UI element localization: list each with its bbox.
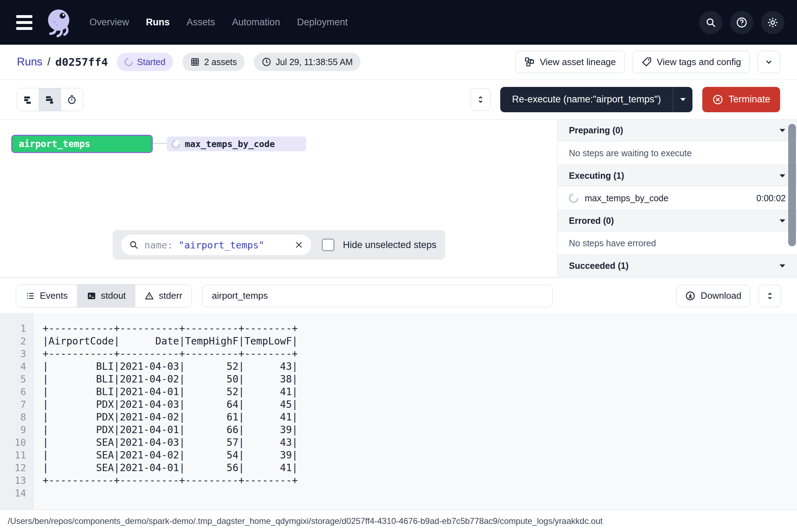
- assets-badge[interactable]: 2 assets: [182, 53, 245, 71]
- hide-unselected-checkbox[interactable]: [322, 239, 334, 251]
- view-mode-flat-button[interactable]: [17, 88, 39, 111]
- nav-items: Overview Runs Assets Automation Deployme…: [89, 17, 348, 28]
- preparing-empty-row: No steps are waiting to execute: [558, 141, 797, 165]
- gantt-step-max-temps-by-code[interactable]: max_temps_by_code: [167, 137, 306, 151]
- errored-empty-row: No steps have errored: [558, 232, 797, 255]
- timestamp-badge: Jul 29, 11:38:55 AM: [254, 53, 360, 71]
- run-actions-dropdown-button[interactable]: [758, 51, 780, 73]
- step-filter-input[interactable]: name: "airport_temps": [121, 235, 311, 255]
- expand-logs-button[interactable]: [759, 285, 781, 307]
- view-tags-config-button[interactable]: View tags and config: [633, 51, 750, 73]
- log-toolbar-actions: Download: [676, 285, 781, 307]
- topnav-actions: [699, 11, 784, 34]
- breadcrumb-separator: /: [47, 56, 50, 68]
- settings-button[interactable]: [761, 11, 784, 34]
- step-spinner-icon: [170, 138, 181, 150]
- tab-events[interactable]: Events: [16, 285, 77, 307]
- terminate-button[interactable]: Terminate: [702, 87, 780, 112]
- filter-query-prefix: name:: [144, 240, 173, 251]
- log-toolbar: Events stdout stderr airport_temps: [0, 278, 797, 313]
- search-icon: [129, 240, 139, 250]
- step-filter-bar: name: "airport_temps" Hide unselected st…: [113, 230, 445, 260]
- expand-vertical-icon: [476, 95, 485, 104]
- view-asset-lineage-button[interactable]: View asset lineage: [515, 51, 625, 73]
- search-button[interactable]: [699, 11, 722, 34]
- log-line: +-----------+----------+---------+------…: [43, 474, 797, 487]
- breadcrumb-runs-link[interactable]: Runs: [17, 56, 42, 68]
- log-file-path: /Users/ben/repos/components_demo/spark-d…: [8, 516, 603, 526]
- executing-step-row[interactable]: max_temps_by_code 0:00:02: [558, 186, 797, 210]
- line-number: 1: [0, 322, 33, 335]
- line-number: 9: [0, 424, 33, 436]
- caret-down-icon: [779, 128, 786, 132]
- log-line: | PDX|2021-04-03| 64| 45|: [43, 398, 797, 411]
- help-icon: [736, 17, 748, 28]
- panel-section-executing[interactable]: Executing (1): [558, 165, 797, 186]
- log-line: |AirportCode| Date|TempHighF|TempLowF|: [43, 335, 797, 348]
- clear-filter-button[interactable]: [294, 240, 303, 249]
- run-header: Runs / d0257ff4 Started 2 assets Jul 29,…: [0, 45, 797, 80]
- tab-stderr[interactable]: stderr: [135, 285, 191, 307]
- nav-item-overview[interactable]: Overview: [89, 17, 129, 28]
- log-line: | SEA|2021-04-03| 57| 43|: [43, 436, 797, 449]
- caret-down-icon: [779, 219, 786, 223]
- expand-vertical-icon: [765, 291, 775, 301]
- run-toolbar: Re-execute (name:"airport_temps") Termin…: [0, 80, 797, 120]
- caret-down-icon: [779, 264, 786, 268]
- hamburger-menu-icon[interactable]: [16, 13, 36, 32]
- caret-down-icon: [779, 174, 786, 178]
- log-viewer[interactable]: 1 2 3 4 5 6 7 8 9 10 11 12 13 14 +------…: [0, 313, 797, 509]
- step-connector-line: [153, 143, 167, 144]
- log-line: | BLI|2021-04-03| 52| 43|: [43, 360, 797, 373]
- log-line: | PDX|2021-04-02| 61| 41|: [43, 411, 797, 424]
- log-step-selector[interactable]: airport_temps: [202, 285, 553, 307]
- panel-section-preparing[interactable]: Preparing (0): [558, 120, 797, 141]
- nav-item-automation[interactable]: Automation: [232, 17, 280, 28]
- gantt-flat-icon: [23, 94, 33, 105]
- hide-unselected-label: Hide unselected steps: [343, 240, 437, 251]
- download-button[interactable]: Download: [676, 285, 750, 307]
- clock-icon: [262, 57, 271, 67]
- run-id: d0257ff4: [55, 56, 108, 68]
- download-icon: [685, 291, 696, 301]
- tab-stdout[interactable]: stdout: [77, 285, 136, 307]
- circle-x-icon: [712, 94, 723, 105]
- line-number: 4: [0, 360, 33, 373]
- reexecute-dropdown-button[interactable]: [673, 87, 692, 112]
- line-number: 11: [0, 449, 33, 462]
- nav-item-runs[interactable]: Runs: [146, 17, 170, 28]
- executing-spinner-icon: [567, 191, 580, 205]
- nav-item-deployment[interactable]: Deployment: [297, 17, 348, 28]
- panel-scrollbar[interactable]: [788, 124, 796, 246]
- view-mode-waterfall-button[interactable]: [39, 88, 61, 111]
- log-line: | SEA|2021-04-02| 54| 39|: [43, 449, 797, 462]
- grid-icon: [190, 57, 200, 67]
- log-line: +-----------+----------+---------+------…: [43, 348, 797, 360]
- chevron-down-icon: [764, 57, 774, 67]
- line-number-gutter: 1 2 3 4 5 6 7 8 9 10 11 12 13 14: [0, 313, 33, 509]
- zoom-fit-button[interactable]: [471, 88, 490, 111]
- panel-section-succeeded[interactable]: Succeeded (1): [558, 255, 797, 277]
- run-main-area: airport_temps max_temps_by_code name: "a…: [0, 120, 797, 278]
- view-mode-toggle: [17, 88, 83, 111]
- log-content: +-----------+----------+---------+------…: [33, 313, 797, 509]
- dagster-logo-icon[interactable]: [44, 5, 76, 40]
- search-icon: [705, 17, 716, 28]
- line-number: 12: [0, 462, 33, 474]
- view-mode-timer-button[interactable]: [61, 88, 83, 111]
- lineage-icon: [524, 57, 535, 67]
- panel-section-errored[interactable]: Errored (0): [558, 210, 797, 232]
- filter-query-value: "airport_temps": [178, 240, 264, 251]
- reexecute-button[interactable]: Re-execute (name:"airport_temps"): [500, 87, 693, 112]
- run-header-actions: View asset lineage View tags and config: [515, 51, 780, 73]
- line-number: 7: [0, 398, 33, 411]
- list-icon: [25, 291, 35, 301]
- gantt-step-airport-temps[interactable]: airport_temps: [11, 135, 153, 153]
- log-footer: /Users/ben/repos/components_demo/spark-d…: [0, 509, 797, 532]
- line-number: 6: [0, 386, 33, 398]
- line-number: 8: [0, 411, 33, 424]
- nav-item-assets[interactable]: Assets: [187, 17, 215, 28]
- log-line: [43, 487, 797, 500]
- help-button[interactable]: [730, 11, 753, 34]
- step-status-panel: Preparing (0) No steps are waiting to ex…: [557, 120, 797, 278]
